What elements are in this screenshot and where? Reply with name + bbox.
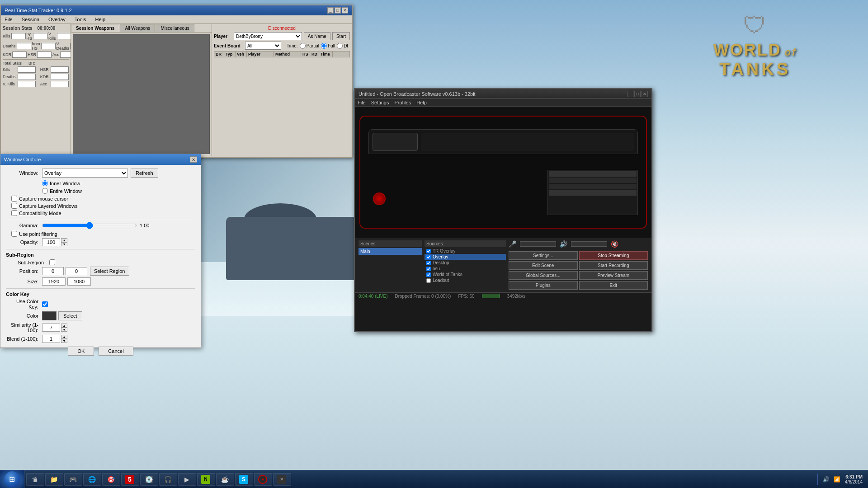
obs-menu-settings[interactable]: Settings — [371, 100, 389, 105]
obs-mic-volume-bar[interactable] — [520, 241, 556, 247]
position-x-input[interactable] — [42, 267, 64, 275]
tab-session-weapons[interactable]: Session Weapons — [71, 24, 119, 32]
obs-source-loadout-checkbox[interactable] — [426, 278, 431, 283]
df-radio[interactable] — [337, 43, 343, 49]
compatibility-mode-checkbox[interactable] — [11, 210, 17, 216]
taskbar-item-chrome[interactable]: 🌐 — [83, 473, 101, 486]
start-button[interactable]: ⊞ — [0, 470, 24, 488]
size-height-input[interactable] — [67, 277, 91, 286]
hsr-value[interactable] — [37, 52, 52, 58]
menu-file[interactable]: File — [3, 16, 14, 23]
obs-scene-main[interactable]: Main — [359, 248, 422, 255]
obs-source-overlay-checkbox[interactable] — [426, 255, 431, 259]
obs-source-osu-checkbox[interactable] — [426, 267, 431, 271]
obs-minimize-btn[interactable]: _ — [627, 91, 633, 97]
tab-all-weapons[interactable]: All Weapons — [120, 24, 155, 32]
capture-cursor-checkbox[interactable] — [11, 196, 17, 202]
kills-value[interactable] — [11, 33, 26, 39]
sub-region-checkbox[interactable] — [49, 259, 55, 265]
taskbar-item-diskpart[interactable]: 💽 — [140, 473, 158, 486]
window-capture-close-btn[interactable]: ✕ — [190, 156, 197, 163]
partial-radio[interactable] — [300, 43, 306, 49]
obs-start-recording-btn[interactable]: Start Recording — [579, 261, 648, 270]
use-color-key-checkbox[interactable] — [42, 301, 48, 307]
blend-down-btn[interactable]: ▼ — [61, 339, 67, 343]
ok-btn[interactable]: OK — [68, 347, 94, 356]
obs-preview-stream-btn[interactable]: Preview Stream — [579, 271, 648, 280]
obs-exit-btn[interactable]: Exit — [579, 281, 648, 290]
deaths-value[interactable] — [17, 43, 31, 49]
obs-source-tr-overlay-checkbox[interactable] — [426, 249, 431, 253]
similarity-down-btn[interactable]: ▼ — [61, 328, 67, 332]
taskbar-item-headphones[interactable]: 🎧 — [159, 473, 177, 486]
entire-window-radio[interactable] — [42, 188, 48, 194]
capture-layered-checkbox[interactable] — [11, 203, 17, 209]
player-select[interactable]: DethByBrony — [234, 32, 302, 40]
select-color-btn[interactable]: Select — [58, 311, 82, 320]
tray-icon-volume[interactable]: 🔊 — [821, 475, 830, 484]
refresh-btn[interactable]: Refresh — [131, 169, 158, 178]
total-deaths-value[interactable] — [18, 74, 36, 80]
obs-global-sources-btn[interactable]: Global Sources... — [509, 271, 578, 280]
size-width-input[interactable] — [42, 277, 66, 286]
total-hsr-value[interactable] — [51, 66, 69, 73]
obs-source-desktop-checkbox[interactable] — [426, 261, 431, 265]
obs-source-wot[interactable]: World of Tanks — [425, 272, 506, 277]
similarity-up-btn[interactable]: ▲ — [61, 324, 67, 328]
obs-settings-btn[interactable]: Settings... — [509, 251, 578, 260]
total-kills-value[interactable] — [18, 66, 36, 73]
opacity-down-btn[interactable]: ▼ — [61, 242, 67, 246]
obs-source-osu[interactable]: osu — [425, 266, 506, 272]
obs-source-wot-checkbox[interactable] — [426, 272, 431, 277]
taskbar-item-folder[interactable]: 📁 — [45, 473, 63, 486]
taskbar-item-wot[interactable]: 🎯 — [102, 473, 120, 486]
start-btn[interactable]: Start — [332, 32, 350, 40]
menu-overlay[interactable]: Overlay — [47, 16, 67, 23]
obs-close-btn[interactable]: ✕ — [642, 91, 648, 97]
taskbar-item-obs[interactable]: ● — [254, 473, 272, 486]
obs-menu-help[interactable]: Help — [416, 100, 427, 105]
from-hs-value[interactable] — [41, 43, 56, 49]
tray-icon-network[interactable]: 📶 — [832, 475, 841, 484]
full-radio[interactable] — [321, 43, 327, 49]
blend-input[interactable] — [42, 335, 60, 343]
obs-source-overlay[interactable]: Overlay — [425, 254, 506, 260]
taskbar-item-5[interactable]: 5 — [121, 473, 139, 486]
taskbar-item-app[interactable]: ✕ — [273, 473, 291, 486]
point-filtering-checkbox[interactable] — [11, 231, 17, 237]
total-vkills-value[interactable] — [18, 81, 36, 87]
obs-plugins-btn[interactable]: Plugins — [509, 281, 578, 290]
total-kdr-value[interactable] — [51, 74, 69, 80]
taskbar-item-nvidia[interactable]: N — [197, 473, 215, 486]
taskbar-item-skype[interactable]: S — [235, 473, 253, 486]
stat-tracker-minimize-btn[interactable]: _ — [327, 7, 334, 14]
by-hs-value[interactable] — [33, 33, 47, 39]
obs-maximize-btn[interactable]: □ — [634, 91, 641, 97]
inner-window-radio[interactable] — [42, 180, 48, 186]
acc-value[interactable] — [60, 52, 71, 58]
obs-source-desktop[interactable]: Desktop — [425, 260, 506, 266]
tab-miscellaneous[interactable]: Miscellaneous — [156, 24, 194, 32]
menu-tools[interactable]: Tools — [73, 16, 88, 23]
obs-edit-scene-btn[interactable]: Edit Scene — [509, 261, 578, 270]
color-swatch[interactable] — [42, 311, 57, 320]
taskbar-item-explorer[interactable]: 🗑 — [26, 473, 44, 486]
gamma-slider[interactable] — [42, 222, 137, 229]
window-select[interactable]: Overlay — [42, 169, 128, 178]
taskbar-item-steam[interactable]: 🎮 — [64, 473, 82, 486]
menu-session[interactable]: Session — [20, 16, 41, 23]
opacity-input[interactable] — [42, 238, 60, 246]
menu-help[interactable]: Help — [93, 16, 107, 23]
total-acc-value[interactable] — [51, 81, 69, 87]
similarity-input[interactable] — [42, 324, 60, 332]
clock-display[interactable]: 6:31 PM 4/6/2014 — [843, 474, 864, 485]
stat-tracker-maximize-btn[interactable]: □ — [335, 7, 341, 14]
obs-source-loadout[interactable]: Loadout — [425, 277, 506, 283]
blend-up-btn[interactable]: ▲ — [61, 335, 67, 339]
cancel-btn[interactable]: Cancel — [99, 347, 133, 356]
stat-tracker-close-btn[interactable]: ✕ — [342, 7, 348, 14]
obs-menu-profiles[interactable]: Profiles — [394, 100, 411, 105]
as-name-btn[interactable]: As Name — [304, 32, 330, 40]
position-y-input[interactable] — [66, 267, 87, 275]
obs-menu-file[interactable]: File — [358, 100, 366, 105]
